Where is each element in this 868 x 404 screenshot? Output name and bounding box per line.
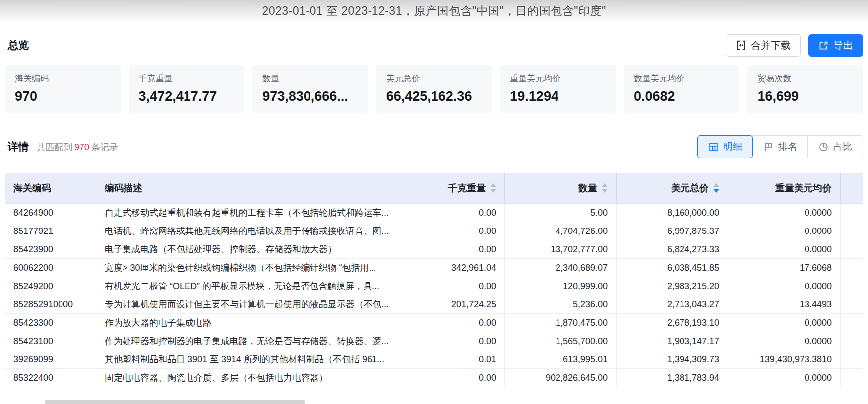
table-row: 85249200有机发光二极管 “OLED” 的平板显示模块，无论是否包含触摸屏… <box>5 277 863 295</box>
cell-code: 39269099 <box>5 350 96 368</box>
cell-usd-total: 6,824,273.33 <box>617 240 728 258</box>
cell-usd-per-kg: 0.0000 <box>728 222 841 240</box>
stat-card-value: 970 <box>15 89 111 104</box>
cell-gutter <box>841 369 863 387</box>
table-row: 852852910000专为计算机使用而设计但主要不与计算机一起使用的液晶显示器… <box>5 295 863 314</box>
cell-usd-per-kg: 13.4493 <box>728 295 841 313</box>
cell-kg-weight: 0.00 <box>393 240 505 258</box>
cell-code: 85177921 <box>5 222 96 240</box>
cell-quantity: 2,340,689.07 <box>505 259 617 277</box>
stat-card: 千克重量 3,472,417.77 <box>129 65 245 113</box>
cell-quantity: 4,704,726.00 <box>505 222 617 240</box>
horizontal-scrollbar-thumb[interactable] <box>45 400 305 404</box>
cell-usd-total: 1,903,147.17 <box>617 332 728 350</box>
cell-kg-weight: 201,724.25 <box>393 295 505 313</box>
tab-ranking[interactable]: 排名 <box>752 136 807 158</box>
cell-usd-per-kg: 0.0000 <box>728 369 841 387</box>
column-label: 美元总价 <box>671 182 709 195</box>
column-header-quantity[interactable]: 数量 <box>505 173 617 203</box>
cell-gutter <box>841 259 863 277</box>
column-header-gutter <box>841 173 863 203</box>
stat-card-label: 千克重量 <box>139 73 235 84</box>
stat-card: 海关编码 970 <box>5 65 121 113</box>
cell-description: 专为计算机使用而设计但主要不与计算机一起使用的液晶显示器（不包... <box>96 295 393 313</box>
cell-gutter <box>841 350 863 368</box>
table-row: 85322400固定电电容器、陶瓷电介质、多层（不包括电力电容器）0.00902… <box>5 369 863 387</box>
stat-card: 美元总价 66,425,162.36 <box>376 65 492 113</box>
cell-usd-total: 2,713,043.27 <box>617 295 728 313</box>
cell-description: 电话机、蜂窝网络或其他无线网络的电话以及用于传输或接收语音、图... <box>96 222 393 240</box>
cell-quantity: 13,702,777.00 <box>505 240 617 258</box>
stats-cards: 海关编码 970 千克重量 3,472,417.77 数量 973,830,66… <box>5 65 863 113</box>
column-header-code: 海关编码 <box>5 173 96 203</box>
tab-label: 排名 <box>778 140 797 153</box>
cell-quantity: 613,995.01 <box>505 350 617 368</box>
stat-card-value: 66,425,162.36 <box>386 89 482 104</box>
overview-section-title: 总览 <box>8 38 29 52</box>
export-icon <box>818 40 829 51</box>
stat-card: 数量美元均价 0.0682 <box>624 65 740 113</box>
table-row: 60062200宽度> 30厘米的染色针织或钩编棉织物（不包括经编针织物 “包括… <box>5 259 863 277</box>
cell-gutter <box>841 204 863 222</box>
export-button[interactable]: 导出 <box>808 34 863 57</box>
cell-kg-weight: 0.00 <box>393 277 505 295</box>
cell-quantity: 902,826,645.00 <box>505 369 617 387</box>
cell-usd-total: 8,160,000.00 <box>617 204 728 222</box>
cell-kg-weight: 0.00 <box>393 314 505 332</box>
cell-description: 其他塑料制品和品目 3901 至 3914 所列的其他材料制品（不包括 961.… <box>96 350 393 368</box>
cell-description: 固定电电容器、陶瓷电介质、多层（不包括电力电容器） <box>96 369 393 387</box>
cell-usd-total: 1,394,309.73 <box>617 350 728 368</box>
column-label: 数量 <box>578 182 597 195</box>
stat-card-label: 海关编码 <box>15 73 111 84</box>
overview-header: 总览 合并下载 导出 <box>0 24 868 57</box>
cell-quantity: 1,870,475.00 <box>505 314 617 332</box>
stat-card: 数量 973,830,666... <box>252 65 368 113</box>
table-row: 85423100作为处理器和控制器的电子集成电路，无论是否与存储器、转换器、逻.… <box>5 332 863 350</box>
cell-kg-weight: 0.01 <box>393 350 505 368</box>
column-label: 海关编码 <box>13 182 51 195</box>
table-row: 85423900电子集成电路（不包括处理器、控制器、存储器和放大器）0.0013… <box>5 240 863 259</box>
cell-usd-total: 2,678,193.10 <box>617 314 728 332</box>
cell-usd-per-kg: 0.0000 <box>728 240 841 258</box>
tab-pie[interactable]: 占比 <box>807 136 863 158</box>
cell-usd-per-kg: 17.6068 <box>728 259 841 277</box>
view-tabs: 明细 排名 占比 <box>697 135 863 158</box>
match-prefix: 共匹配到 <box>37 142 72 152</box>
cell-code: 85423100 <box>5 332 96 350</box>
merge-download-label: 合并下载 <box>751 39 791 52</box>
cell-code: 85423300 <box>5 314 96 332</box>
cell-description: 有机发光二极管 “OLED” 的平板显示模块，无论是否包含触摸屏，具... <box>96 277 393 295</box>
stat-card-label: 美元总价 <box>386 73 482 84</box>
column-header-usd-total[interactable]: 美元总价 <box>617 173 728 203</box>
column-label: 千克重量 <box>448 182 486 195</box>
stat-card-label: 贸易次数 <box>757 73 853 84</box>
cell-gutter <box>841 277 863 295</box>
table-row: 85423300作为放大器的电子集成电路0.001,870,475.002,67… <box>5 314 863 332</box>
cell-quantity: 5,236.00 <box>505 295 617 313</box>
cell-code: 852852910000 <box>5 295 96 313</box>
cell-kg-weight: 0.00 <box>393 332 505 350</box>
cell-kg-weight: 0.00 <box>393 204 505 222</box>
sort-asc-caret <box>713 183 719 187</box>
cell-usd-total: 2,983,215.20 <box>617 277 728 295</box>
cell-gutter <box>841 222 863 240</box>
sort-asc-caret <box>490 183 496 187</box>
cell-usd-per-kg: 0.0000 <box>728 332 841 350</box>
column-label: 重量美元均价 <box>775 182 832 195</box>
cell-gutter <box>841 240 863 258</box>
cell-usd-total: 6,997,875.37 <box>617 222 728 240</box>
stat-card-label: 重量美元均价 <box>510 73 606 84</box>
cell-kg-weight: 0.00 <box>393 222 505 240</box>
stat-card: 贸易次数 16,699 <box>747 65 863 113</box>
cell-gutter <box>841 295 863 313</box>
sort-icon[interactable] <box>713 183 719 193</box>
column-header-kg-weight[interactable]: 千克重量 <box>393 173 505 203</box>
details-header: 详情 共匹配到970条记录 明细 排名 <box>8 135 863 158</box>
match-suffix: 条记录 <box>91 142 118 152</box>
stat-card-value: 19.1294 <box>510 89 606 104</box>
sort-icon[interactable] <box>490 183 496 193</box>
merge-download-button[interactable]: 合并下载 <box>726 34 801 57</box>
sort-icon[interactable] <box>602 183 608 193</box>
tab-table[interactable]: 明细 <box>697 135 753 158</box>
cell-kg-weight: 0.00 <box>393 369 505 387</box>
